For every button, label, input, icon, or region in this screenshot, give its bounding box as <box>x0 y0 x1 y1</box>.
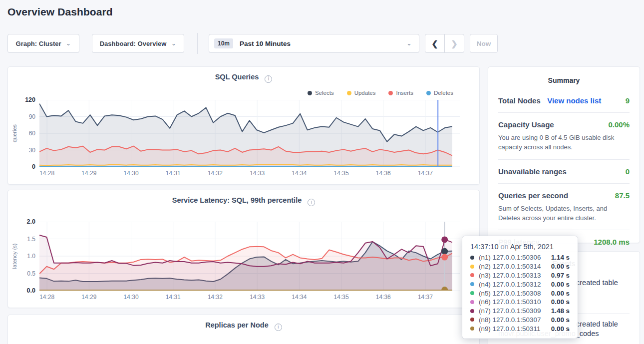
chevron-down-icon: ⌄ <box>66 39 71 47</box>
x-axis-tick: 14:37 <box>414 170 437 177</box>
tooltip-node-value: 0.00 s <box>551 316 570 324</box>
summary-description: Sum of Selects, Updates, Inserts, and De… <box>498 204 630 223</box>
summary-panel: Summary Total Nodes View nodes list 9 Ca… <box>488 66 640 243</box>
tooltip-node-label: (n7) 127.0.0.1:50309 <box>479 307 541 315</box>
x-axis-tick: 14:33 <box>246 170 269 177</box>
x-axis-tick: 14:36 <box>372 294 395 301</box>
tooltip-timestamp: 14:37:10 on Apr 5th, 2021 <box>470 243 570 251</box>
chart-hover-tooltip: 14:37:10 on Apr 5th, 2021 (n1) 127.0.0.1… <box>462 236 578 339</box>
summary-value: 0 <box>626 167 630 176</box>
toolbar-divider <box>197 33 198 54</box>
x-axis-tick: 14:29 <box>77 294 100 301</box>
x-axis-tick: 14:28 <box>35 294 58 301</box>
tooltip-node-value: 0.00 s <box>551 263 570 270</box>
info-icon[interactable]: i <box>265 75 272 83</box>
y-axis-unit-label: latency (s) <box>11 244 17 269</box>
x-axis-tick: 14:34 <box>288 170 311 177</box>
tooltip-node-row: (n2) 127.0.0.1:503140.00 s <box>470 262 570 271</box>
y-axis-tick: 60 <box>14 130 35 137</box>
graph-dropdown[interactable]: Graph: Cluster ⌄ <box>7 34 79 53</box>
series-color-dot <box>470 318 474 322</box>
x-axis-tick: 14:31 <box>162 170 185 177</box>
summary-row-capacity-usage: Capacity Usage 0.00% You are using 0 B o… <box>498 113 630 160</box>
tooltip-node-row: (n1) 127.0.0.1:503061.14 s <box>470 253 570 262</box>
info-icon[interactable]: i <box>308 199 315 206</box>
service-latency-plot[interactable] <box>39 222 460 291</box>
info-icon[interactable]: i <box>275 324 282 331</box>
tooltip-node-value: 0.00 s <box>551 325 570 333</box>
legend-item-updates[interactable]: Updates <box>347 90 376 96</box>
chart-title-row: SQL Queries i <box>8 73 479 83</box>
tooltip-node-label: (n6) 127.0.0.1:50310 <box>479 298 541 306</box>
tooltip-node-label: (n5) 127.0.0.1:50308 <box>479 290 541 297</box>
series-color-dot <box>470 309 474 313</box>
legend-item-deletes[interactable]: Deletes <box>426 90 453 96</box>
x-axis-tick: 14:31 <box>162 294 185 301</box>
summary-value: 0.00% <box>608 120 630 129</box>
y-axis-unit-label: queries <box>11 124 17 142</box>
x-axis-tick: 14:32 <box>204 294 227 301</box>
now-button[interactable]: Now <box>470 34 498 53</box>
time-range-dropdown[interactable]: 10m Past 10 Minutes ⌄ <box>209 34 419 53</box>
view-nodes-list-link[interactable]: View nodes list <box>547 96 601 105</box>
tooltip-node-label: (n1) 127.0.0.1:50306 <box>479 254 541 261</box>
summary-body: Total Nodes View nodes list 9 Capacity U… <box>488 89 640 254</box>
legend-item-selects[interactable]: Selects <box>308 90 334 96</box>
tooltip-node-label: (n8) 127.0.0.1:50307 <box>479 316 541 324</box>
tooltip-rows: (n1) 127.0.0.1:503061.14 s(n2) 127.0.0.1… <box>470 253 570 333</box>
summary-label: Queries per second <box>498 191 568 200</box>
series-color-dot <box>470 327 474 331</box>
x-axis-tick: 14:36 <box>372 170 395 177</box>
time-next-button[interactable]: ❯ <box>444 34 464 53</box>
time-range-label: Past 10 Minutes <box>240 40 291 47</box>
legend-label: Updates <box>354 90 376 96</box>
series-color-dot <box>470 282 474 286</box>
dashboard-dropdown[interactable]: Dashboard: Overview ⌄ <box>92 34 184 53</box>
series-color-dot <box>470 273 474 277</box>
x-axis-tick: 14:30 <box>120 294 143 301</box>
tooltip-time: 14:37:10 <box>470 243 498 251</box>
series-color-dot <box>470 300 474 304</box>
y-axis-tick: 30 <box>14 147 35 154</box>
summary-label: Unavailable ranges <box>498 167 567 176</box>
y-axis-tick: 2.0 <box>14 218 35 225</box>
summary-row-total-nodes: Total Nodes View nodes list 9 <box>498 89 630 113</box>
event-item[interactable]: created table <box>576 279 618 287</box>
summary-row-queries-per-second: Queries per second 87.5 Sum of Selects, … <box>498 184 630 231</box>
y-axis-tick: 120 <box>14 96 35 103</box>
time-nav-group: ❮ ❯ <box>425 34 464 53</box>
y-axis-tick: 0.5 <box>14 270 35 277</box>
tooltip-node-value: 0.97 s <box>551 272 570 279</box>
chart-title: SQL Queries <box>215 73 259 81</box>
legend-label: Deletes <box>434 90 453 96</box>
sql-queries-plot[interactable] <box>39 100 460 167</box>
x-axis-tick: 14:29 <box>77 170 100 177</box>
chart-svg <box>39 222 460 291</box>
legend-label: Inserts <box>396 90 413 96</box>
summary-row-unavailable-ranges: Unavailable ranges 0 <box>498 160 630 184</box>
chevron-right-icon: ❯ <box>451 39 457 48</box>
page-title: Overview Dashboard <box>7 6 113 18</box>
legend-dot <box>347 91 351 95</box>
time-prev-button[interactable]: ❮ <box>425 34 445 53</box>
tooltip-node-row: (n8) 127.0.0.1:503070.00 s <box>470 316 570 325</box>
legend-item-inserts[interactable]: Inserts <box>388 90 413 96</box>
replicas-per-node-card: Replicas per Node i <box>7 315 480 344</box>
series-color-dot <box>470 291 474 295</box>
tooltip-node-row: (n4) 127.0.0.1:503120.00 s <box>470 280 570 289</box>
y-axis-tick: 90 <box>14 113 35 120</box>
event-item[interactable]: created table <box>576 320 618 328</box>
legend-dot <box>388 91 393 95</box>
series-color-dot <box>470 265 474 269</box>
tooltip-node-row: (n6) 127.0.0.1:503100.00 s <box>470 298 570 307</box>
y-axis-tick: 1.5 <box>14 236 35 243</box>
chart-title: Service Latency: SQL, 99th percentile <box>172 196 302 204</box>
summary-value: 9 <box>626 96 630 105</box>
x-axis-tick: 14:30 <box>120 170 143 177</box>
sql-queries-card: SQL Queries i SelectsUpdatesInsertsDelet… <box>7 66 480 185</box>
legend-label: Selects <box>315 90 334 96</box>
service-latency-card: Service Latency: SQL, 99th percentile i … <box>7 190 480 308</box>
tooltip-node-row: (n7) 127.0.0.1:503091.48 s <box>470 307 570 316</box>
tooltip-node-row: (n9) 127.0.0.1:503110.00 s <box>470 324 570 333</box>
tooltip-node-value: 0.00 s <box>551 298 570 306</box>
